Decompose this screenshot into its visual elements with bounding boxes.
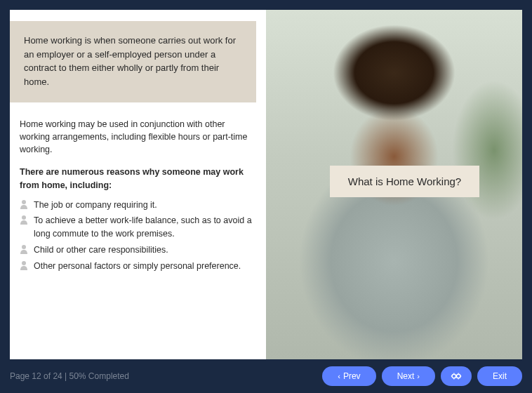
right-button-group: Exit [441, 366, 522, 386]
person-icon [20, 215, 28, 225]
content-area: Home working is when someone carries out… [10, 10, 522, 359]
person-icon [20, 260, 28, 270]
intro-text: Home working may be used in conjunction … [20, 118, 252, 156]
list-item: To achieve a better work-life balance, s… [20, 214, 252, 241]
list-item: Other personal factors or simply persona… [20, 260, 252, 273]
left-panel: Home working is when someone carries out… [10, 10, 266, 359]
svg-point-4 [452, 374, 456, 378]
svg-point-3 [22, 261, 26, 265]
plant-accent [452, 80, 522, 220]
intro-heading: There are numerous reasons why someone m… [20, 166, 252, 191]
svg-point-1 [22, 215, 26, 220]
body-text: Home working may be used in conjunction … [10, 102, 266, 192]
right-panel: What is Home Working? [266, 10, 522, 359]
exit-button[interactable]: Exit [477, 366, 522, 386]
settings-button[interactable] [441, 366, 472, 386]
footer-bar: Page 12 of 24 | 50% Completed ‹ Prev Nex… [0, 359, 532, 393]
list-item-text: To achieve a better work-life balance, s… [34, 214, 252, 241]
next-button[interactable]: Next › [382, 366, 435, 386]
svg-point-0 [22, 200, 26, 204]
list-item: Child or other care responsibilities. [20, 244, 252, 257]
gears-icon [451, 372, 462, 380]
next-label: Next [397, 371, 415, 381]
overlay-title: What is Home Working? [330, 166, 479, 197]
prev-label: Prev [343, 371, 361, 381]
exit-label: Exit [493, 371, 507, 381]
svg-point-2 [22, 245, 26, 249]
list-item-text: Other personal factors or simply persona… [34, 260, 241, 273]
list-item-text: The job or company requiring it. [34, 199, 157, 212]
chevron-left-icon: ‹ [338, 372, 340, 380]
list-item: The job or company requiring it. [20, 199, 252, 212]
page-info: Page 12 of 24 | 50% Completed [10, 371, 129, 381]
prev-button[interactable]: ‹ Prev [322, 366, 375, 386]
definition-box: Home working is when someone carries out… [10, 21, 256, 102]
person-icon [20, 199, 28, 209]
reasons-list: The job or company requiring it. To achi… [10, 192, 266, 276]
svg-point-5 [456, 374, 460, 378]
chevron-right-icon: › [417, 372, 420, 380]
person-icon [20, 244, 28, 254]
list-item-text: Child or other care responsibilities. [34, 244, 168, 257]
